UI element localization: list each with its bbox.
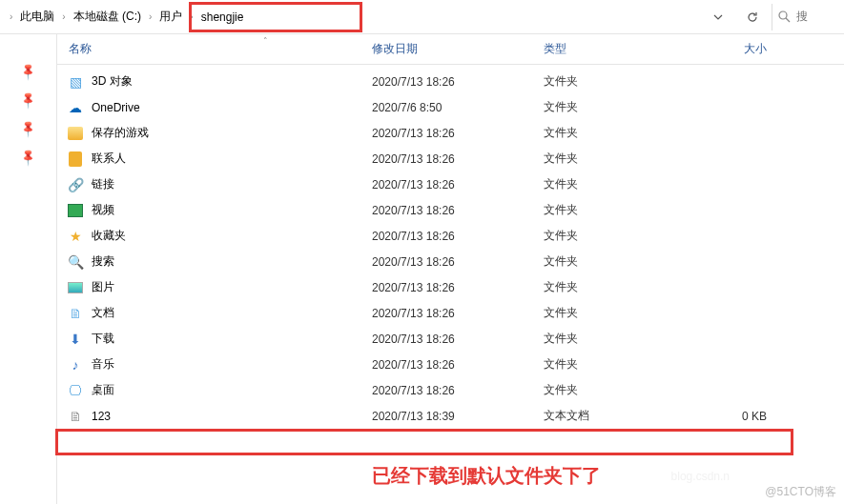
file-date: 2020/7/13 18:26	[372, 178, 544, 192]
file-date: 2020/7/13 18:26	[372, 75, 544, 89]
breadcrumb-item-2[interactable]: 用户	[154, 6, 188, 29]
quick-access-pin[interactable]: 📌	[0, 114, 56, 143]
file-row[interactable]: ☁OneDrive2020/7/6 8:50文件夹	[57, 94, 844, 120]
file-row[interactable]: 视频2020/7/13 18:26文件夹	[57, 197, 844, 223]
column-name[interactable]: 名称	[67, 41, 372, 57]
file-row[interactable]: 联系人2020/7/13 18:26文件夹	[57, 146, 844, 171]
file-date: 2020/7/13 18:26	[372, 230, 544, 243]
file-date: 2020/7/13 18:26	[372, 307, 544, 320]
contacts-icon	[67, 151, 84, 168]
music-icon: ♪	[67, 356, 84, 373]
file-name: 音乐	[92, 356, 114, 373]
file-type: 文件夹	[544, 99, 687, 115]
desktop-icon: 🖵	[67, 382, 84, 399]
search-input[interactable]: 搜	[772, 4, 840, 30]
column-type[interactable]: 类型	[544, 41, 687, 57]
file-date: 2020/7/13 18:26	[372, 333, 544, 346]
file-type: 文件夹	[544, 305, 687, 321]
file-date: 2020/7/13 18:26	[372, 358, 544, 372]
file-row[interactable]: ⬇下载2020/7/13 18:26文件夹	[57, 326, 844, 352]
svg-line-1	[786, 18, 790, 22]
quick-access-pin[interactable]: 📌	[0, 143, 56, 171]
pin-icon: 📌	[18, 148, 38, 168]
file-date: 2020/7/13 18:39	[372, 410, 544, 423]
videos-icon	[67, 202, 84, 219]
file-row[interactable]: 🗎1232020/7/13 18:39文本文档0 KB	[57, 403, 844, 429]
file-date: 2020/7/13 18:26	[372, 384, 544, 397]
pin-icon: 📌	[18, 91, 38, 111]
file-name: 图片	[92, 279, 114, 295]
downloads-icon: ⬇	[67, 331, 84, 348]
file-type: 文件夹	[544, 125, 687, 141]
file-date: 2020/7/6 8:50	[372, 101, 544, 114]
file-row[interactable]: 图片2020/7/13 18:26文件夹	[57, 274, 844, 300]
file-name: 文档	[92, 305, 114, 321]
3d-objects-icon: ▧	[67, 73, 84, 91]
games-icon	[67, 125, 84, 142]
quick-access-sidebar: 📌 📌 📌 📌	[0, 34, 57, 504]
watermark: @51CTO博客	[765, 484, 836, 500]
file-type: 文本文档	[544, 408, 687, 424]
breadcrumb-item-1[interactable]: 本地磁盘 (C:)	[68, 6, 147, 29]
search-placeholder: 搜	[796, 9, 808, 25]
file-size: 0 KB	[687, 410, 782, 423]
file-row[interactable]: ★收藏夹2020/7/13 18:26文件夹	[57, 223, 844, 249]
breadcrumb-item-3[interactable]: shengjie	[196, 6, 250, 29]
file-name: 保存的游戏	[92, 125, 149, 141]
file-row[interactable]: 🔍搜索2020/7/13 18:26文件夹	[57, 249, 844, 274]
file-type: 文件夹	[544, 176, 687, 192]
file-name: 链接	[92, 176, 114, 192]
column-size[interactable]: 大小	[687, 41, 782, 57]
file-type: 文件夹	[544, 73, 687, 90]
file-type: 文件夹	[544, 202, 687, 218]
file-name: 下载	[92, 331, 114, 347]
watermark-faint: blog.csdn.n	[671, 470, 730, 483]
file-name: 视频	[92, 202, 114, 218]
column-headers: 名称 修改日期 类型 大小 ˄	[57, 34, 844, 65]
documents-icon: 🗎	[67, 305, 84, 322]
file-row[interactable]: 🔗链接2020/7/13 18:26文件夹	[57, 171, 844, 197]
file-name: 3D 对象	[92, 73, 133, 90]
onedrive-icon: ☁	[67, 99, 84, 116]
column-date[interactable]: 修改日期	[372, 41, 544, 57]
history-dropdown-button[interactable]	[705, 6, 731, 29]
file-date: 2020/7/13 18:26	[372, 255, 544, 269]
pictures-icon	[67, 279, 84, 296]
file-name: 收藏夹	[92, 228, 126, 244]
file-type: 文件夹	[544, 228, 687, 244]
file-name: 搜索	[92, 253, 114, 270]
file-date: 2020/7/13 18:26	[372, 152, 544, 166]
sort-ascending-icon: ˄	[263, 36, 268, 46]
pin-icon: 📌	[18, 62, 38, 82]
file-list-pane: 名称 修改日期 类型 大小 ˄ ▧3D 对象2020/7/13 18:26文件夹…	[57, 34, 844, 504]
file-name: OneDrive	[92, 101, 140, 114]
file-name: 123	[92, 410, 111, 423]
file-row[interactable]: ▧3D 对象2020/7/13 18:26文件夹	[57, 69, 844, 94]
file-date: 2020/7/13 18:26	[372, 281, 544, 294]
file-row[interactable]: 🗎文档2020/7/13 18:26文件夹	[57, 300, 844, 326]
chevron-right-icon: ›	[147, 11, 154, 22]
favorites-icon: ★	[67, 228, 84, 245]
search-icon	[778, 10, 791, 23]
file-date: 2020/7/13 18:26	[372, 127, 544, 140]
text-file-icon: 🗎	[67, 408, 84, 425]
refresh-button[interactable]	[739, 6, 766, 29]
svg-point-0	[779, 11, 787, 19]
file-type: 文件夹	[544, 151, 687, 167]
breadcrumb-item-0[interactable]: 此电脑	[14, 6, 60, 29]
search-folder-icon: 🔍	[67, 253, 84, 271]
file-row[interactable]: 保存的游戏2020/7/13 18:26文件夹	[57, 120, 844, 146]
file-row[interactable]: ♪音乐2020/7/13 18:26文件夹	[57, 352, 844, 377]
file-type: 文件夹	[544, 253, 687, 270]
file-row[interactable]: 🖵桌面2020/7/13 18:26文件夹	[57, 377, 844, 403]
file-type: 文件夹	[544, 382, 687, 398]
file-type: 文件夹	[544, 331, 687, 347]
quick-access-pin[interactable]: 📌	[0, 86, 56, 114]
breadcrumb: › 此电脑 › 本地磁盘 (C:) › 用户 › shengjie	[4, 4, 705, 30]
file-name: 桌面	[92, 382, 114, 398]
chevron-right-icon: ›	[60, 11, 67, 22]
quick-access-pin[interactable]: 📌	[0, 57, 56, 86]
address-bar: › 此电脑 › 本地磁盘 (C:) › 用户 › shengjie 搜	[0, 0, 844, 34]
content-area: 📌 📌 📌 📌 名称 修改日期 类型 大小 ˄ ▧3D 对象2020/7/13 …	[0, 34, 844, 504]
annotation-text: 已经下载到默认文件夹下了	[372, 463, 601, 489]
